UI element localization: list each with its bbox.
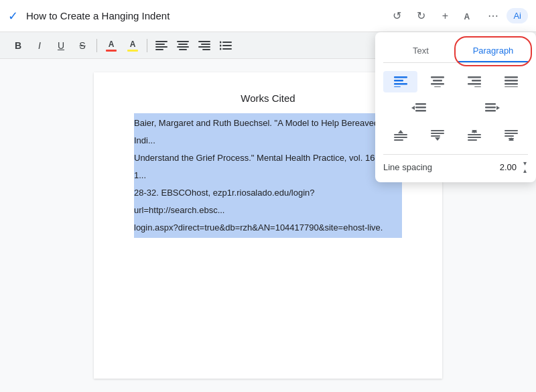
tab-text[interactable]: Text: [383, 40, 458, 62]
svg-rect-20: [394, 80, 403, 82]
svg-rect-11: [198, 46, 210, 48]
highlight-color-indicator: [127, 50, 138, 52]
indent-grid: [383, 98, 528, 119]
spacing-grid: [383, 125, 528, 146]
strikethrough-button[interactable]: S: [72, 36, 92, 55]
svg-rect-51: [468, 134, 481, 135]
align-left-button[interactable]: [151, 36, 172, 55]
remove-space-before-button[interactable]: [457, 125, 491, 146]
redo-button[interactable]: ↻: [410, 5, 431, 27]
align-justify-popup-button[interactable]: [494, 71, 528, 92]
svg-rect-31: [505, 76, 518, 78]
svg-point-18: [220, 48, 222, 50]
check-icon: ✓: [8, 9, 18, 23]
font-color-indicator: [106, 50, 117, 52]
svg-rect-44: [394, 137, 407, 138]
svg-rect-3: [155, 46, 168, 48]
font-color-button[interactable]: A: [101, 36, 121, 55]
svg-rect-41: [485, 110, 496, 112]
svg-text:A: A: [464, 11, 470, 21]
selected-text-block[interactable]: Baier, Margaret and Ruth Buechsel. "A Mo…: [134, 113, 402, 238]
alignment-grid: [383, 71, 528, 92]
add-space-before-button[interactable]: [383, 125, 417, 146]
highlight-button[interactable]: A: [123, 36, 143, 55]
align-center-button[interactable]: [173, 36, 193, 55]
svg-rect-14: [222, 45, 232, 46]
align-left-popup-button[interactable]: [383, 71, 417, 92]
svg-rect-43: [394, 134, 407, 135]
underline-button[interactable]: U: [51, 36, 71, 55]
svg-rect-12: [202, 49, 210, 50]
italic-button[interactable]: I: [29, 36, 50, 55]
list-button[interactable]: [216, 36, 236, 55]
svg-marker-50: [435, 137, 440, 141]
top-bar-actions: ↺ ↻ + A ⋯ Ai: [386, 5, 528, 27]
svg-rect-40: [485, 107, 496, 109]
line-spacing-up-button[interactable]: ▴: [522, 168, 528, 174]
svg-rect-21: [394, 83, 407, 85]
bold-button[interactable]: B: [8, 36, 28, 55]
svg-rect-23: [431, 76, 444, 78]
svg-rect-13: [222, 42, 232, 43]
add-space-after-button[interactable]: [420, 125, 454, 146]
svg-rect-29: [468, 83, 481, 85]
align-right-popup-button[interactable]: [457, 71, 491, 92]
svg-rect-56: [505, 130, 518, 131]
tab-paragraph[interactable]: Paragraph: [458, 40, 528, 62]
svg-rect-60: [509, 138, 514, 139]
svg-rect-36: [415, 107, 426, 109]
svg-rect-9: [198, 41, 210, 42]
tab-paragraph-wrapper: Paragraph: [458, 40, 528, 62]
svg-rect-52: [468, 137, 481, 138]
undo-button[interactable]: ↺: [386, 5, 407, 27]
svg-rect-49: [431, 135, 440, 137]
svg-rect-47: [431, 130, 444, 131]
line-spacing-down-button[interactable]: ▾: [522, 160, 528, 167]
toolbar-separator-2: [147, 39, 147, 52]
works-cited-heading: Works Cited: [134, 92, 402, 104]
svg-rect-6: [178, 44, 188, 45]
add-button[interactable]: +: [434, 5, 456, 27]
more-button[interactable]: ⋯: [482, 5, 504, 27]
svg-rect-24: [433, 80, 442, 82]
align-center-popup-button[interactable]: [420, 71, 454, 92]
svg-rect-26: [434, 86, 441, 87]
decrease-indent-button[interactable]: [383, 98, 454, 119]
line-spacing-value: 2.00: [500, 162, 517, 172]
svg-rect-5: [177, 41, 189, 42]
svg-rect-28: [472, 80, 481, 82]
svg-rect-32: [505, 80, 518, 82]
font-button[interactable]: A: [458, 5, 480, 27]
svg-rect-25: [431, 83, 444, 85]
line-spacing-label: Line spacing: [383, 162, 494, 172]
svg-marker-38: [411, 106, 415, 110]
svg-rect-8: [179, 49, 187, 50]
svg-rect-48: [431, 133, 444, 134]
svg-rect-33: [505, 83, 518, 85]
svg-point-17: [220, 44, 222, 46]
line-spacing-controls: ▾ ▴: [522, 160, 528, 174]
svg-rect-45: [394, 139, 403, 141]
ai-button[interactable]: Ai: [507, 8, 528, 23]
document-title[interactable]: How to Create a Hanging Indent: [26, 10, 381, 21]
svg-rect-2: [155, 44, 165, 45]
svg-rect-37: [415, 110, 426, 112]
svg-marker-42: [496, 106, 500, 110]
svg-rect-22: [394, 86, 401, 87]
svg-rect-10: [201, 44, 210, 45]
svg-rect-34: [505, 86, 518, 87]
svg-rect-58: [505, 135, 514, 137]
svg-rect-35: [415, 103, 426, 105]
svg-point-16: [220, 41, 222, 43]
svg-rect-4: [155, 49, 163, 50]
svg-rect-57: [505, 133, 518, 134]
paragraph-popup: Text Paragraph: [375, 32, 536, 182]
remove-space-after-button[interactable]: [494, 125, 528, 146]
top-bar: ✓ How to Create a Hanging Indent ↺ ↻ + A…: [0, 0, 536, 32]
align-right-button[interactable]: [194, 36, 214, 55]
svg-rect-30: [474, 86, 481, 87]
toolbar-separator-1: [96, 39, 97, 52]
increase-indent-button[interactable]: [457, 98, 528, 119]
svg-rect-1: [155, 41, 168, 42]
line-spacing-row: Line spacing 2.00 ▾ ▴: [383, 154, 528, 174]
